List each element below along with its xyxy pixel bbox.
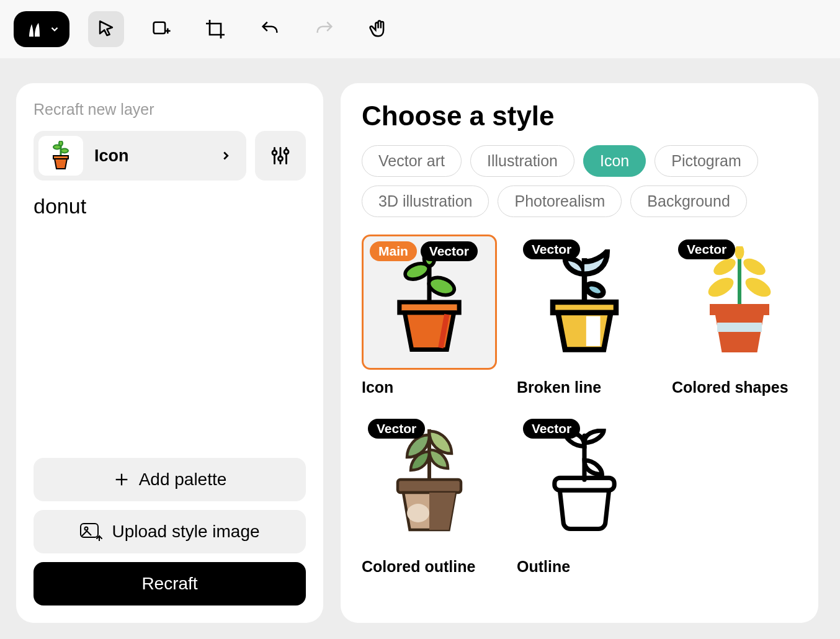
prompt-input[interactable]: donut <box>34 194 306 458</box>
style-panel: Choose a style Vector art Illustration I… <box>341 83 818 623</box>
style-card-outline[interactable]: Vector Outline <box>517 414 652 576</box>
category-illustration[interactable]: Illustration <box>470 145 574 177</box>
recraft-button-label: Recraft <box>141 574 197 594</box>
category-photorealism[interactable]: Photorealism <box>498 185 622 217</box>
badge-vector: Vector <box>523 239 580 259</box>
badge-vector: Vector <box>523 419 580 439</box>
redo-button[interactable] <box>306 11 342 47</box>
style-card-broken-line[interactable]: Vector Broken line <box>517 235 652 396</box>
plant-icon <box>380 426 479 537</box>
category-row-2: 3D illustration Photorealism Background <box>362 185 797 217</box>
svg-point-16 <box>85 527 88 530</box>
svg-point-29 <box>741 255 768 279</box>
style-card-caption: Colored outline <box>362 558 497 576</box>
category-icon[interactable]: Icon <box>583 145 646 177</box>
svg-rect-36 <box>398 480 461 493</box>
top-toolbar <box>0 0 840 58</box>
svg-point-12 <box>284 150 288 154</box>
svg-point-8 <box>272 151 277 155</box>
category-3d-illustration[interactable]: 3D illustration <box>362 185 489 217</box>
undo-button[interactable] <box>252 11 288 47</box>
svg-point-10 <box>279 156 283 161</box>
badge-vector: Vector <box>421 241 478 261</box>
style-card-icon[interactable]: Main Vector Icon <box>362 235 497 396</box>
upload-style-button[interactable]: Upload style image <box>34 510 306 553</box>
svg-point-31 <box>743 274 774 300</box>
hand-tool[interactable] <box>361 11 397 47</box>
category-vector-art[interactable]: Vector art <box>362 145 462 177</box>
plant-icon <box>383 249 476 355</box>
style-card-caption: Icon <box>362 378 497 396</box>
category-row-1: Vector art Illustration Icon Pictogram <box>362 145 797 177</box>
style-selector-label: Icon <box>94 146 219 166</box>
panel-title: Recraft new layer <box>34 101 306 118</box>
adjust-button[interactable] <box>255 131 306 181</box>
svg-rect-26 <box>586 316 601 346</box>
add-palette-label: Add palette <box>139 470 227 489</box>
category-pictogram[interactable]: Pictogram <box>655 145 758 177</box>
chevron-down-icon <box>49 24 60 35</box>
svg-point-37 <box>407 504 429 522</box>
svg-point-30 <box>705 274 737 300</box>
logo-menu-button[interactable] <box>14 11 69 47</box>
upload-style-label: Upload style image <box>112 522 259 542</box>
style-card-caption: Broken line <box>517 378 652 396</box>
category-background[interactable]: Background <box>630 185 746 217</box>
plus-icon <box>113 471 130 488</box>
style-selector-icon <box>38 136 83 176</box>
upload-image-icon <box>79 522 103 541</box>
style-card-caption: Colored shapes <box>672 378 807 396</box>
plant-icon <box>687 246 792 358</box>
badge-vector: Vector <box>368 419 425 439</box>
badge-main: Main <box>370 241 417 261</box>
svg-point-24 <box>585 281 605 298</box>
badge-vector: Vector <box>678 239 735 259</box>
svg-rect-0 <box>154 22 165 34</box>
style-panel-title: Choose a style <box>362 101 797 132</box>
add-palette-button[interactable]: Add palette <box>34 458 306 501</box>
shape-tool[interactable] <box>143 11 179 47</box>
plant-icon <box>538 249 631 355</box>
sliders-icon <box>269 144 292 168</box>
recraft-button[interactable]: Recraft <box>34 562 306 605</box>
svg-point-32 <box>735 246 744 259</box>
svg-rect-33 <box>710 304 769 315</box>
crop-tool[interactable] <box>197 11 233 47</box>
svg-point-4 <box>61 149 68 153</box>
svg-rect-34 <box>717 323 762 332</box>
cursor-tool[interactable] <box>88 11 124 47</box>
style-card-caption: Outline <box>517 558 652 576</box>
logo-icon <box>23 18 45 40</box>
plant-icon <box>538 429 631 534</box>
style-card-colored-shapes[interactable]: Vector Colored shapes <box>672 235 807 396</box>
style-card-colored-outline[interactable]: Vector Colored outline <box>362 414 497 576</box>
svg-point-5 <box>59 141 63 146</box>
prompt-panel: Recraft new layer Icon donut Add palette <box>16 83 323 623</box>
chevron-right-icon <box>219 149 233 163</box>
style-selector[interactable]: Icon <box>34 131 246 181</box>
